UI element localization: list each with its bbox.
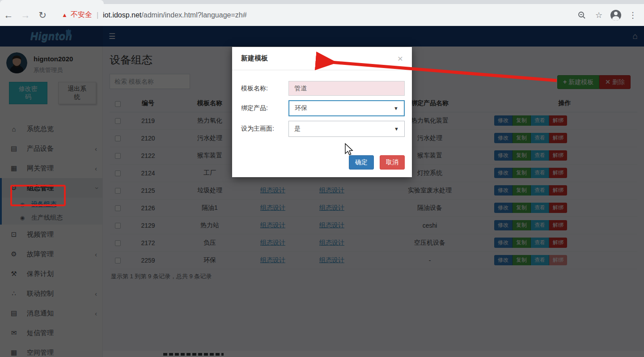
address-bar[interactable]: ▲ 不安全 | iot.idosp.net /admin/index.html?…: [55, 8, 575, 23]
modal-close-icon[interactable]: ×: [398, 54, 403, 63]
new-template-modal: 新建模板 × 模板名称: 绑定产品: 环保 ▼ 设为主画面: 是 ▼: [232, 47, 412, 177]
security-warning-label[interactable]: 不安全: [71, 10, 92, 20]
reload-icon[interactable]: ↻: [34, 10, 51, 21]
chevron-down-icon: ▼: [394, 126, 399, 132]
warning-triangle-icon: ▲: [62, 12, 68, 18]
app-window: Hignton ☰ ⌂ hignton2020 系统管理员 修改密码: [0, 26, 644, 357]
active-tab[interactable]: [0, 0, 104, 4]
url-divider: |: [97, 11, 98, 19]
template-name-label: 模板名称:: [241, 85, 288, 93]
url-host: iot.idosp.net: [103, 11, 141, 19]
chevron-down-icon: ▼: [394, 106, 398, 111]
confirm-button[interactable]: 确定: [349, 155, 374, 170]
browser-chrome: ← → ↻ ▲ 不安全 | iot.idosp.net /admin/index…: [0, 0, 644, 26]
back-icon[interactable]: ←: [0, 10, 17, 21]
zoom-icon[interactable]: [575, 8, 589, 22]
forward-icon: →: [17, 10, 34, 21]
bind-product-label: 绑定产品:: [241, 104, 288, 112]
main-screen-label: 设为主画面:: [241, 125, 288, 133]
bind-product-select[interactable]: 环保 ▼: [288, 100, 405, 116]
browser-menu-icon[interactable]: ⋮: [626, 8, 640, 22]
url-path: /admin/index.html?language=zh#: [141, 11, 246, 19]
tab-strip: [0, 0, 644, 4]
template-name-input[interactable]: [288, 81, 405, 96]
profile-avatar-icon[interactable]: [609, 8, 623, 22]
browser-toolbar: ← → ↻ ▲ 不安全 | iot.idosp.net /admin/index…: [0, 4, 644, 26]
bookmark-star-icon[interactable]: ☆: [592, 8, 606, 22]
modal-title: 新建模板: [241, 54, 268, 63]
cancel-button[interactable]: 取消: [380, 155, 405, 170]
main-screen-select[interactable]: 是 ▼: [288, 121, 405, 137]
